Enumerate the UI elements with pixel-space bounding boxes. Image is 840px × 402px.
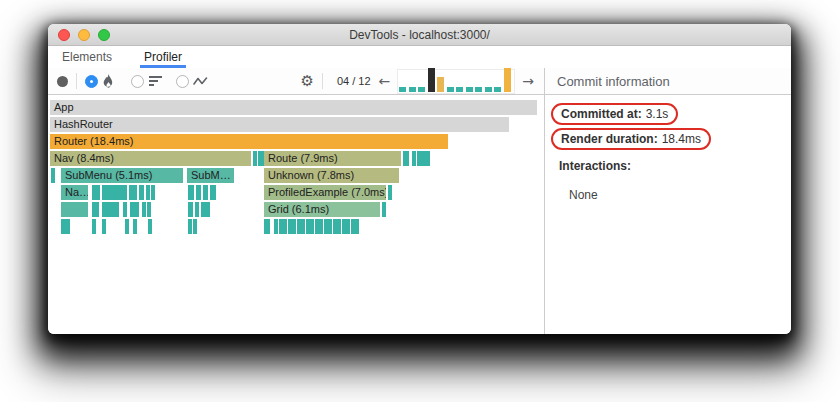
commit-bar[interactable]: [447, 87, 454, 92]
flame-bar[interactable]: [195, 202, 199, 217]
tab-bar: Elements Profiler: [48, 46, 791, 68]
commit-bar[interactable]: [399, 87, 406, 92]
flamegraph-radio[interactable]: [85, 75, 98, 88]
flame-bar[interactable]: [196, 185, 201, 200]
flame-bar-nav-8-4ms[interactable]: Nav (8.4ms): [50, 151, 251, 166]
flame-bar[interactable]: [129, 185, 137, 200]
commit-bar[interactable]: [409, 87, 416, 92]
flame-bar[interactable]: [426, 151, 430, 166]
flame-bar[interactable]: [203, 185, 208, 200]
flame-bar[interactable]: [382, 202, 386, 217]
tab-elements[interactable]: Elements: [60, 46, 114, 68]
flame-bar-unknown-7-8ms[interactable]: Unknown (7.8ms): [264, 168, 399, 183]
flame-bar[interactable]: [264, 219, 270, 234]
flame-bar[interactable]: [151, 185, 155, 200]
commit-bar[interactable]: [485, 87, 492, 92]
commit-chart[interactable]: [397, 69, 515, 94]
flame-chart: AppHashRouterRouter (18.4ms)Nav (8.4ms)R…: [48, 95, 544, 334]
flame-bar[interactable]: [92, 185, 100, 200]
flame-bar[interactable]: [130, 202, 139, 217]
devtools-window: DevTools - localhost:3000/ Elements Prof…: [48, 24, 791, 334]
flame-bar[interactable]: [355, 219, 359, 234]
tab-profiler-label: Profiler: [144, 50, 182, 64]
flame-bar[interactable]: [102, 202, 119, 217]
commit-bar[interactable]: [494, 87, 501, 92]
flame-bar[interactable]: [292, 219, 296, 234]
tab-profiler[interactable]: Profiler: [142, 46, 184, 68]
flame-bar[interactable]: [61, 202, 88, 217]
toolbar-separator: [322, 73, 323, 89]
flame-bar[interactable]: [210, 185, 216, 200]
flame-bar[interactable]: [274, 219, 278, 234]
flame-bar[interactable]: [205, 202, 210, 217]
close-button[interactable]: [58, 29, 70, 41]
flame-bar[interactable]: [388, 185, 392, 200]
commit-bar[interactable]: [428, 68, 435, 92]
flame-bar[interactable]: [92, 202, 99, 217]
flame-bar[interactable]: [61, 219, 70, 234]
ranked-chart-icon[interactable]: [149, 76, 162, 86]
commit-bar[interactable]: [437, 77, 444, 92]
commit-bar[interactable]: [456, 87, 463, 92]
flame-bar-app[interactable]: App: [50, 100, 537, 115]
flame-bar[interactable]: [412, 151, 416, 166]
commit-bar[interactable]: [418, 87, 425, 92]
commit-bar[interactable]: [466, 87, 473, 92]
flame-bar[interactable]: [147, 202, 151, 217]
flame-bar[interactable]: [148, 219, 152, 234]
interactions-icon[interactable]: [193, 75, 208, 87]
settings-gear-icon[interactable]: ⚙: [300, 74, 313, 89]
flame-bar[interactable]: [123, 202, 127, 217]
flame-bar[interactable]: [51, 168, 55, 183]
interactions-radio[interactable]: [176, 75, 189, 88]
record-button[interactable]: [57, 76, 68, 87]
flame-bar-hashrouter[interactable]: HashRouter: [50, 117, 509, 132]
flame-bar[interactable]: [142, 202, 146, 217]
flame-bar[interactable]: [139, 185, 144, 200]
window-title: DevTools - localhost:3000/: [349, 28, 490, 42]
flame-bar-submenu-5-1ms[interactable]: SubMenu (5.1ms): [61, 168, 183, 183]
flame-bar[interactable]: [188, 185, 194, 200]
flame-bar-profiledexample-7-0ms[interactable]: ProfiledExample (7.0ms): [264, 185, 386, 200]
flame-bar[interactable]: [146, 185, 150, 200]
flame-bar[interactable]: [346, 219, 350, 234]
flame-bar-route-7-9ms[interactable]: Route (7.9ms): [264, 151, 401, 166]
flame-bar[interactable]: [188, 219, 192, 234]
next-commit-arrow[interactable]: →: [520, 74, 536, 88]
panel-body: Committed at: 3.1s Render duration: 18.4…: [545, 95, 791, 202]
flame-bar-na[interactable]: Na…: [61, 185, 88, 200]
flame-bar[interactable]: [102, 185, 127, 200]
flame-bar[interactable]: [301, 219, 305, 234]
active-tab-underline: [140, 65, 186, 68]
flame-bar-subm[interactable]: SubM…: [187, 168, 234, 183]
commit-bar[interactable]: [475, 87, 482, 92]
zoom-button[interactable]: [98, 29, 110, 41]
flame-icon[interactable]: [102, 74, 115, 89]
flame-bar[interactable]: [283, 219, 287, 234]
flame-bar[interactable]: [310, 219, 314, 234]
render-duration-label: Render duration:: [561, 132, 658, 146]
flame-bar[interactable]: [319, 219, 323, 234]
flame-bar-router-18-4ms[interactable]: Router (18.4ms): [50, 134, 448, 149]
flame-bar[interactable]: [403, 151, 409, 166]
toolbar-separator: [76, 73, 77, 89]
commit-bar[interactable]: [504, 68, 511, 92]
flame-bar[interactable]: [188, 202, 193, 217]
committed-at-annotation: Committed at: 3.1s: [551, 103, 678, 125]
committed-at-label: Committed at:: [561, 107, 642, 121]
flame-bar[interactable]: [193, 219, 197, 234]
flame-bar[interactable]: [337, 219, 341, 234]
flame-bar[interactable]: [102, 219, 106, 234]
flame-bar-grid-6-1ms[interactable]: Grid (6.1ms): [264, 202, 380, 217]
flame-bar[interactable]: [133, 219, 137, 234]
flame-bar[interactable]: [125, 219, 129, 234]
main-content: ⚙ 04 / 12 ← → AppHashRouterRouter (18.4m…: [48, 68, 791, 334]
ranked-radio[interactable]: [131, 75, 144, 88]
title-bar[interactable]: DevTools - localhost:3000/: [48, 24, 791, 46]
flame-bar[interactable]: [92, 219, 96, 234]
panel-title: Commit information: [545, 68, 791, 95]
flame-bar[interactable]: [328, 219, 332, 234]
prev-commit-arrow[interactable]: ←: [377, 74, 393, 88]
minimize-button[interactable]: [78, 29, 90, 41]
flame-bar[interactable]: [253, 151, 257, 166]
